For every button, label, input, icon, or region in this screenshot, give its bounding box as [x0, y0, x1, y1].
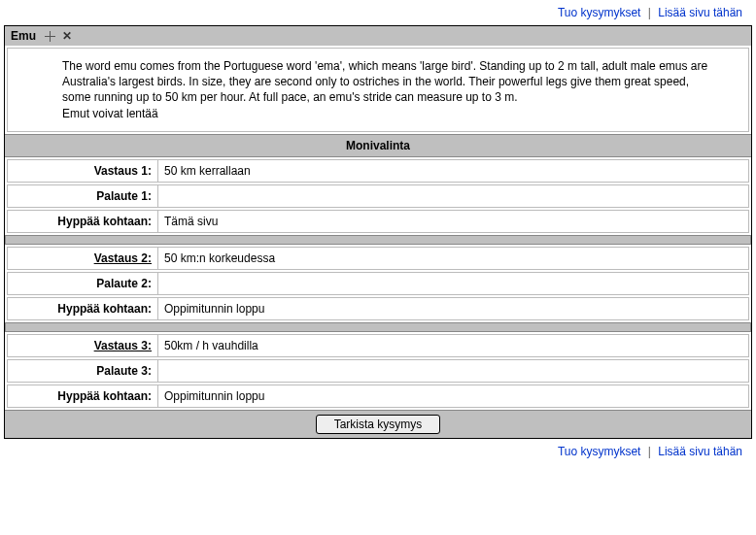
feedback-value[interactable] [158, 360, 748, 382]
top-action-links: Tuo kysymykset | Lisää sivu tähän [4, 4, 752, 25]
answer-label: Vastaus 1: [8, 160, 158, 182]
jump-row: Hyppää kohtaan: Oppimitunnin loppu [7, 297, 749, 320]
answer-value[interactable]: 50 km kerrallaan [158, 160, 748, 182]
jump-value[interactable]: Oppimitunnin loppu [158, 298, 748, 319]
feedback-value[interactable] [158, 273, 748, 294]
answer-row: Vastaus 1: 50 km kerrallaan [7, 159, 749, 183]
question-panel: Emu ✕ The word emu comes from the Portug… [4, 25, 752, 439]
feedback-row: Palaute 2: [7, 272, 749, 295]
link-separator: | [644, 445, 655, 458]
group-divider [5, 235, 751, 245]
close-icon[interactable]: ✕ [62, 29, 72, 43]
jump-value[interactable]: Oppimitunnin loppu [158, 385, 748, 407]
add-page-link[interactable]: Lisää sivu tähän [658, 6, 742, 19]
section-heading: Monivalinta [5, 134, 751, 157]
answer-row: Vastaus 2: 50 km:n korkeudessa [7, 247, 749, 270]
feedback-label: Palaute 3: [8, 360, 158, 382]
group-divider [5, 322, 751, 332]
feedback-label: Palaute 2: [8, 273, 158, 294]
answer-value[interactable]: 50km / h vauhdilla [158, 335, 748, 356]
feedback-label: Palaute 1: [8, 185, 158, 207]
jump-label: Hyppää kohtaan: [8, 298, 158, 319]
move-icon[interactable] [44, 30, 56, 43]
content-paragraph-1: The word emu comes from the Portuguese w… [62, 58, 709, 106]
jump-value[interactable]: Tämä sivu [158, 211, 748, 232]
answer-row: Vastaus 3: 50km / h vauhdilla [7, 334, 749, 357]
question-content: The word emu comes from the Portuguese w… [8, 49, 748, 131]
bottom-action-links: Tuo kysymykset | Lisää sivu tähän [4, 439, 752, 460]
jump-row: Hyppää kohtaan: Tämä sivu [7, 210, 749, 233]
link-separator: | [644, 6, 655, 19]
feedback-value[interactable] [158, 185, 748, 207]
import-questions-link[interactable]: Tuo kysymykset [558, 6, 641, 19]
titlebar-icons: ✕ [44, 29, 72, 43]
answer-value[interactable]: 50 km:n korkeudessa [158, 248, 748, 269]
add-page-link-bottom[interactable]: Lisää sivu tähän [658, 445, 742, 458]
check-question-button[interactable]: Tarkista kysymys [316, 415, 441, 434]
answer-label: Vastaus 3: [8, 335, 158, 356]
jump-row: Hyppää kohtaan: Oppimitunnin loppu [7, 385, 749, 408]
import-questions-link-bottom[interactable]: Tuo kysymykset [558, 445, 641, 458]
panel-title: Emu [11, 29, 36, 43]
jump-label: Hyppää kohtaan: [8, 211, 158, 232]
feedback-row: Palaute 1: [7, 184, 749, 208]
content-wrapper: The word emu comes from the Portuguese w… [7, 48, 749, 132]
button-bar: Tarkista kysymys [5, 410, 751, 438]
feedback-row: Palaute 3: [7, 359, 749, 383]
panel-titlebar: Emu ✕ [5, 26, 751, 46]
answer-label: Vastaus 2: [8, 248, 158, 269]
content-paragraph-2: Emut voivat lentää [62, 106, 709, 121]
jump-label: Hyppää kohtaan: [8, 385, 158, 407]
